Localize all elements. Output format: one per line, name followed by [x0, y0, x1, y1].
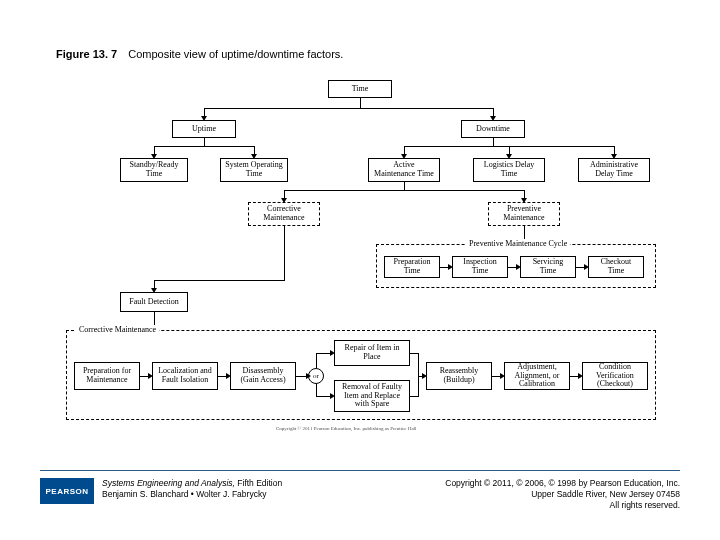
node-fault-detection: Fault Detection	[120, 292, 188, 312]
pearson-logo: PEARSON	[40, 478, 94, 504]
node-pm-insp: Inspection Time	[452, 256, 508, 278]
node-time: Time	[328, 80, 392, 98]
copyright-block: Copyright © 2011, © 2006, © 1998 by Pear…	[445, 478, 680, 511]
figure-caption: Figure 13. 7 Composite view of uptime/do…	[56, 48, 343, 60]
figure-number: Figure 13. 7	[56, 48, 117, 60]
node-pm-prep: Preparation Time	[384, 256, 440, 278]
copyright-line-2: Upper Saddle River, New Jersey 07458	[445, 489, 680, 500]
cm-cycle-label: Corrective Maintenance	[76, 325, 159, 334]
node-sysop: System Operating Time	[220, 158, 288, 182]
book-title: Systems Engineering and Analysis,	[102, 478, 235, 488]
book-edition: Fifth Edition	[237, 478, 282, 488]
node-cm-rep-swap: Removal of Faulty Item and Replace with …	[334, 380, 410, 412]
node-cm-loc: Localization and Fault Isolation	[152, 362, 218, 390]
publisher-block: PEARSON Systems Engineering and Analysis…	[40, 478, 282, 511]
node-preventive: Preventive Maintenance	[488, 202, 560, 226]
book-authors: Benjamin S. Blanchard • Wolter J. Fabryc…	[102, 489, 282, 500]
book-info: Systems Engineering and Analysis, Fifth …	[102, 478, 282, 500]
node-cm-rep-place: Repair of Item in Place	[334, 340, 410, 366]
node-admin-delay: Administrative Delay Time	[578, 158, 650, 182]
copyright-line-1: Copyright © 2011, © 2006, © 1998 by Pear…	[445, 478, 680, 489]
node-log-delay: Logistics Delay Time	[473, 158, 545, 182]
footer-rule	[40, 470, 680, 471]
node-cm-ver: Condition Verification (Checkout)	[582, 362, 648, 390]
node-cm-dis: Disassembly (Gain Access)	[230, 362, 296, 390]
pm-cycle-label: Preventive Maintenance Cycle	[466, 239, 570, 248]
footer: PEARSON Systems Engineering and Analysis…	[40, 478, 680, 511]
node-pm-serv: Servicing Time	[520, 256, 576, 278]
node-pm-check: Checkout Time	[588, 256, 644, 278]
figure-source-copyright: Copyright © 2011 Pearson Education, Inc.…	[276, 426, 416, 431]
node-corrective: Corrective Maintenance	[248, 202, 320, 226]
node-cm-adj: Adjustment, Alignment, or Calibration	[504, 362, 570, 390]
node-active-maint: Active Maintenance Time	[368, 158, 440, 182]
node-cm-prep: Preparation for Maintenance	[74, 362, 140, 390]
node-cm-reass: Reassembly (Buildup)	[426, 362, 492, 390]
node-downtime: Downtime	[461, 120, 525, 138]
diagram-area: Time Uptime Downtime Standby/Ready Time …	[56, 80, 664, 440]
figure-title: Composite view of uptime/downtime factor…	[128, 48, 343, 60]
node-uptime: Uptime	[172, 120, 236, 138]
node-standby: Standby/Ready Time	[120, 158, 188, 182]
copyright-line-3: All rights reserved.	[445, 500, 680, 511]
